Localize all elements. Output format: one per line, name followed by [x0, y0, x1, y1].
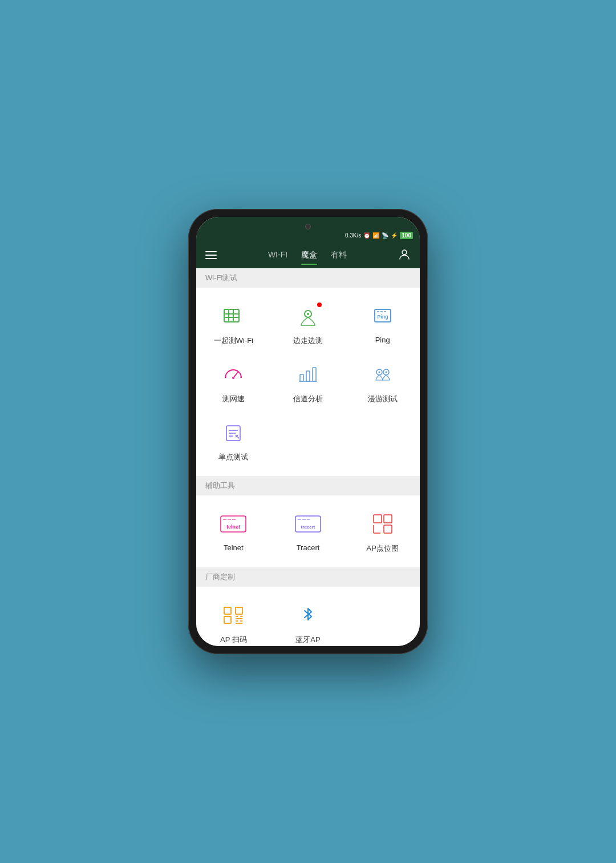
- svg-point-17: [232, 377, 234, 379]
- svg-point-23: [378, 372, 380, 373]
- telnet-icon: telnet: [218, 509, 248, 539]
- svg-rect-19: [306, 371, 310, 381]
- svg-text:telnet: telnet: [226, 524, 240, 530]
- section-header-wifi-test: Wi-Fi测试: [196, 268, 420, 288]
- list-item[interactable]: Ping Ping: [345, 295, 420, 353]
- list-item[interactable]: 边走边测: [271, 295, 346, 353]
- speed-test-label: 测网速: [222, 394, 245, 404]
- svg-text:tracert: tracert: [301, 525, 315, 530]
- svg-rect-42: [374, 515, 382, 523]
- custom-grid: AP 扫码 蓝牙AP: [196, 587, 420, 646]
- svg-rect-43: [384, 515, 392, 523]
- svg-point-3: [402, 250, 407, 255]
- camera-row: [196, 221, 420, 231]
- section-header-tools: 辅助工具: [196, 476, 420, 495]
- list-item[interactable]: 单点测试: [196, 411, 271, 469]
- walk-test-label: 边走边测: [293, 336, 323, 346]
- nav-tabs: WI-FI 魔盒 有料: [221, 250, 394, 265]
- phone-frame: 0.3K/s ⏰ 📶 📡 ⚡ 100 WI-FI: [188, 209, 428, 654]
- signal-icon: 📶: [372, 232, 379, 239]
- ping-icon: Ping: [368, 301, 398, 331]
- alarm-icon: ⏰: [363, 232, 370, 239]
- tracert-label: Tracert: [297, 543, 320, 552]
- wifi-test-label: 一起测Wi-Fi: [214, 336, 253, 346]
- list-item[interactable]: 蓝牙AP: [271, 594, 346, 646]
- speed-test-icon: [218, 360, 248, 389]
- svg-rect-4: [224, 309, 239, 322]
- svg-rect-18: [300, 374, 303, 381]
- list-item[interactable]: 一起测Wi-Fi: [196, 295, 271, 353]
- channel-analysis-icon: [293, 360, 323, 389]
- ap-map-label: AP点位图: [366, 543, 398, 554]
- phone-screen: 0.3K/s ⏰ 📶 📡 ⚡ 100 WI-FI: [196, 217, 420, 646]
- list-item[interactable]: tracert Tracert: [271, 502, 346, 560]
- walk-test-icon: [293, 301, 323, 331]
- roaming-test-label: 漫游测试: [368, 394, 398, 404]
- list-item[interactable]: AP 扫码: [196, 594, 271, 646]
- status-bar: 0.3K/s ⏰ 📶 📡 ⚡ 100: [196, 231, 420, 241]
- user-profile-icon[interactable]: [394, 246, 411, 268]
- list-item[interactable]: 漫游测试: [345, 353, 420, 411]
- bluetooth-icon: [293, 600, 323, 630]
- single-point-icon: [218, 418, 248, 447]
- svg-point-25: [385, 372, 387, 373]
- tracert-icon: tracert: [293, 509, 323, 539]
- ap-scan-icon: [218, 600, 248, 630]
- nav-bar: WI-FI 魔盒 有料: [196, 241, 420, 268]
- list-item[interactable]: telnet Telnet: [196, 502, 271, 560]
- camera-dot: [305, 224, 311, 229]
- svg-rect-49: [224, 616, 231, 623]
- svg-rect-20: [313, 368, 316, 381]
- tab-wifi[interactable]: WI-FI: [268, 250, 287, 265]
- ap-map-icon: [368, 509, 398, 539]
- hamburger-menu[interactable]: [205, 248, 221, 267]
- channel-analysis-label: 信道分析: [293, 394, 323, 404]
- tab-magic-box[interactable]: 魔盒: [301, 250, 317, 265]
- svg-rect-48: [236, 607, 242, 614]
- list-item[interactable]: 信道分析: [271, 353, 346, 411]
- single-point-label: 单点测试: [218, 452, 248, 462]
- section-header-custom: 厂商定制: [196, 567, 420, 587]
- wifi-test-grid: 一起测Wi-Fi 边走边测: [196, 288, 420, 476]
- charge-icon: ⚡: [391, 232, 398, 239]
- svg-rect-47: [224, 607, 231, 614]
- tab-youle[interactable]: 有料: [331, 250, 347, 265]
- svg-rect-2: [205, 258, 217, 259]
- wifi-icon: 📡: [382, 232, 388, 239]
- telnet-label: Telnet: [224, 543, 244, 552]
- list-item[interactable]: 测网速: [196, 353, 271, 411]
- svg-rect-1: [205, 255, 217, 256]
- svg-point-10: [307, 313, 309, 315]
- bluetooth-ap-label: 蓝牙AP: [295, 635, 320, 645]
- network-speed: 0.3K/s: [345, 232, 361, 239]
- status-bar-wrapper: 0.3K/s ⏰ 📶 📡 ⚡ 100: [196, 217, 420, 241]
- tools-grid: telnet Telnet tracert: [196, 495, 420, 567]
- notification-dot: [317, 303, 322, 307]
- ping-label: Ping: [375, 336, 390, 344]
- ap-scan-label: AP 扫码: [220, 635, 247, 645]
- svg-rect-0: [205, 251, 217, 252]
- svg-text:Ping: Ping: [377, 314, 388, 320]
- roaming-test-icon: [368, 360, 398, 389]
- battery-indicator: 100: [400, 232, 413, 239]
- main-content: Wi-Fi测试 一起测Wi-Fi: [196, 268, 420, 646]
- svg-rect-44: [384, 525, 392, 533]
- wifi-test-icon: [218, 301, 248, 331]
- list-item[interactable]: AP点位图: [345, 502, 420, 560]
